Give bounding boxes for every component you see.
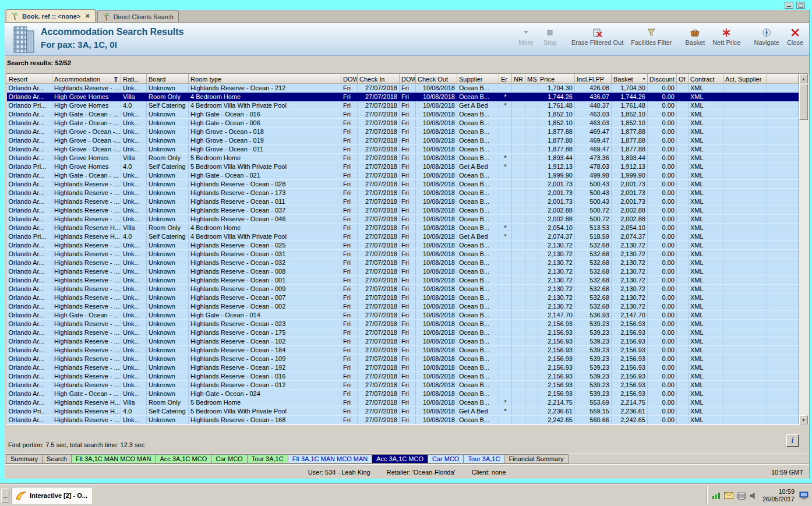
tab-summary[interactable]: Summary bbox=[6, 454, 43, 463]
table-row[interactable]: Orlando Ar...Highlands Reserve H...Villa… bbox=[7, 224, 799, 232]
column-header-of[interactable]: Of bbox=[677, 75, 689, 84]
table-row[interactable]: Orlando Ar...High Grove HomesVillaRoom O… bbox=[7, 93, 799, 101]
cell bbox=[723, 119, 767, 128]
scrollbar-thumb[interactable] bbox=[799, 84, 808, 120]
table-row[interactable]: Orlando Ar...Highlands Reserve - ...Unk.… bbox=[7, 197, 799, 206]
taskbar-app-button[interactable]: Interactive [2] - O... bbox=[12, 487, 92, 504]
tray-display-icon[interactable] bbox=[799, 491, 809, 500]
column-header-check-in[interactable]: Check In bbox=[358, 75, 400, 84]
table-row[interactable]: Orlando Ar...Highlands Reserve - ...Unk.… bbox=[7, 320, 799, 328]
column-header-nr[interactable]: NR bbox=[512, 75, 525, 84]
tab-tour-1[interactable]: Tour 3A,1C bbox=[248, 454, 288, 463]
table-row[interactable]: Orlando Ar...Highlands Reserve - ...Unk.… bbox=[7, 189, 799, 197]
column-header-act-supplier[interactable]: Act. Supplier bbox=[723, 75, 767, 84]
scroll-up-button[interactable]: ▲ bbox=[799, 74, 808, 83]
maximize-button[interactable] bbox=[796, 2, 805, 9]
more-button[interactable]: More bbox=[518, 27, 534, 46]
table-row[interactable]: Orlando Ar...Highlands Reserve - ...Unk.… bbox=[7, 416, 799, 424]
column-header-accommodation[interactable]: Accommodation bbox=[52, 75, 121, 84]
table-row[interactable]: Orlando Ar...Highlands Reserve - ...Unk.… bbox=[7, 259, 799, 267]
column-header-dow[interactable]: DOW bbox=[400, 75, 416, 84]
stop-button[interactable]: Stop bbox=[542, 27, 558, 46]
column-header-resort[interactable]: Resort bbox=[7, 75, 52, 84]
table-row[interactable]: Orlando Ar...High Grove - Ocean -...Unk.… bbox=[7, 145, 799, 154]
table-row[interactable]: Orlando Ar...High Gate - Ocean - ...Unk.… bbox=[7, 311, 799, 320]
column-header-room-type[interactable]: Room type bbox=[189, 75, 341, 84]
column-header-er[interactable]: Er bbox=[499, 75, 512, 84]
tab-flt-man-mco-man-1[interactable]: Flt 3A,1C MAN MCO MAN bbox=[72, 454, 156, 463]
tab-car-mco-1[interactable]: Car MCO bbox=[211, 454, 247, 463]
table-row[interactable]: Orlando Ar...Highlands Reserve - ...Unk.… bbox=[7, 346, 799, 355]
table-row[interactable]: Orlando Ar...High Grove - Ocean -...Unk.… bbox=[7, 128, 799, 136]
cell bbox=[677, 250, 689, 259]
table-row[interactable]: Orlando Ar...Highlands Reserve - ...Unk.… bbox=[7, 84, 799, 93]
table-row[interactable]: Orlando Pri...High Grove Homes4.0Self Ca… bbox=[7, 101, 799, 110]
column-header-discount[interactable]: Discount bbox=[648, 75, 677, 84]
table-row[interactable]: Orlando Ar...Highlands Reserve - ...Unk.… bbox=[7, 372, 799, 381]
close-button[interactable]: Close bbox=[787, 27, 803, 46]
table-row[interactable]: Orlando Ar...Highlands Reserve - ...Unk.… bbox=[7, 180, 799, 189]
column-header-dow[interactable]: DOW bbox=[341, 75, 358, 84]
table-row[interactable]: Orlando Ar...Highlands Reserve - ...Unk.… bbox=[7, 267, 799, 276]
cell: 1,877.88 bbox=[538, 136, 575, 145]
cell: Villa bbox=[121, 398, 147, 407]
table-row[interactable]: Orlando Pri...High Grove Homes4.0Self Ca… bbox=[7, 162, 799, 171]
tab-search[interactable]: Search bbox=[43, 454, 72, 463]
table-row[interactable]: Orlando Ar...Highlands Reserve - ...Unk.… bbox=[7, 337, 799, 346]
column-header-supplier[interactable]: Supplier bbox=[457, 75, 499, 84]
tab-direct-clients-search[interactable]: Direct Clients Search bbox=[97, 10, 179, 22]
tray-printer-icon[interactable] bbox=[737, 492, 746, 500]
basket-button[interactable]: Basket bbox=[686, 27, 705, 46]
filter-funnel-icon[interactable] bbox=[114, 77, 119, 83]
tab-tour-2[interactable]: Tour 3A,1C bbox=[464, 454, 504, 463]
erase-filtered-out-button[interactable]: Erase Filtered Out bbox=[571, 27, 623, 46]
tray-network-icon[interactable] bbox=[712, 491, 721, 500]
column-header-check-out[interactable]: Check Out bbox=[416, 75, 457, 84]
table-row[interactable]: Orlando Ar...High Grove HomesVillaRoom O… bbox=[7, 154, 799, 162]
column-header-contract[interactable]: Contract bbox=[689, 75, 723, 84]
navigate-button[interactable]: Navigate bbox=[754, 27, 779, 46]
column-header-rati[interactable]: Rati... bbox=[121, 75, 147, 84]
table-row[interactable]: Orlando Ar...High Gate - Ocean - ...Unk.… bbox=[7, 390, 799, 398]
column-header-basket[interactable]: Basket▼ bbox=[612, 75, 648, 84]
vertical-scrollbar[interactable]: ▲ ▼ bbox=[799, 74, 808, 424]
table-row[interactable]: Orlando Ar...High Gate - Ocean - ...Unk.… bbox=[7, 110, 799, 119]
table-row[interactable]: Orlando Ar...Highlands Reserve H...Villa… bbox=[7, 398, 799, 407]
table-row[interactable]: Orlando Ar...Highlands Reserve - ...Unk.… bbox=[7, 250, 799, 259]
column-header-ms[interactable]: MS bbox=[525, 75, 538, 84]
tray-volume-icon[interactable] bbox=[750, 492, 758, 500]
table-row[interactable]: Orlando Ar...Highlands Reserve - ...Unk.… bbox=[7, 381, 799, 390]
table-row[interactable]: Orlando Ar...Highlands Reserve - ...Unk.… bbox=[7, 215, 799, 224]
table-row[interactable]: Orlando Ar...Highlands Reserve - ...Unk.… bbox=[7, 276, 799, 285]
nett-price-button[interactable]: Nett Price bbox=[712, 27, 740, 46]
tab-car-mco-2[interactable]: Car MCO bbox=[428, 454, 464, 463]
tab-booking-ref[interactable]: Book. ref :: <none> ✕ bbox=[6, 9, 96, 22]
tab-acc-mco-2-selected[interactable]: Acc 3A,1C MCO bbox=[372, 454, 428, 463]
table-row[interactable]: Orlando Ar...High Grove - Ocean -...Unk.… bbox=[7, 136, 799, 145]
minimize-button[interactable] bbox=[785, 2, 793, 9]
info-button[interactable]: i bbox=[786, 434, 799, 447]
table-row[interactable]: Orlando Ar...Highlands Reserve - ...Unk.… bbox=[7, 293, 799, 302]
table-row[interactable]: Orlando Ar...Highlands Reserve - ...Unk.… bbox=[7, 302, 799, 311]
tab-flt-man-mco-man-2[interactable]: Flt 3A,1C MAN MCO MAN bbox=[288, 454, 373, 463]
table-row[interactable]: Orlando Ar...High Gate - Ocean - ...Unk.… bbox=[7, 119, 799, 128]
table-row[interactable]: Orlando Pri...Highlands Reserve H...4.0S… bbox=[7, 407, 799, 416]
table-row[interactable]: Orlando Ar...Highlands Reserve - ...Unk.… bbox=[7, 206, 799, 215]
table-row[interactable]: Orlando Ar...Highlands Reserve - ...Unk.… bbox=[7, 285, 799, 293]
table-row[interactable]: Orlando Pri...Highlands Reserve H...4.0S… bbox=[7, 232, 799, 241]
table-row[interactable]: Orlando Ar...High Gate - Ocean - ...Unk.… bbox=[7, 171, 799, 180]
taskbar-overflow-button[interactable]: ... bbox=[1, 489, 9, 503]
tab-acc-mco-1[interactable]: Acc 3A,1C MCO bbox=[156, 454, 212, 463]
table-row[interactable]: Orlando Ar...Highlands Reserve - ...Unk.… bbox=[7, 241, 799, 250]
tab-financial-summary[interactable]: Financial Summary bbox=[504, 454, 568, 463]
table-row[interactable]: Orlando Ar...Highlands Reserve - ...Unk.… bbox=[7, 328, 799, 337]
scroll-down-button[interactable]: ▼ bbox=[799, 415, 808, 424]
table-row[interactable]: Orlando Ar...Highlands Reserve - ...Unk.… bbox=[7, 355, 799, 363]
tab-close-icon[interactable]: ✕ bbox=[85, 13, 90, 19]
facilities-filter-button[interactable]: Facilities Filter bbox=[631, 27, 672, 46]
column-header-board[interactable]: Board bbox=[147, 75, 189, 84]
table-row[interactable]: Orlando Ar...Highlands Reserve - ...Unk.… bbox=[7, 363, 799, 372]
column-header-incl-fl-pp[interactable]: Incl.Fl.PP bbox=[575, 75, 612, 84]
column-header-price[interactable]: Price bbox=[538, 75, 575, 84]
tray-mail-icon[interactable] bbox=[724, 492, 733, 499]
